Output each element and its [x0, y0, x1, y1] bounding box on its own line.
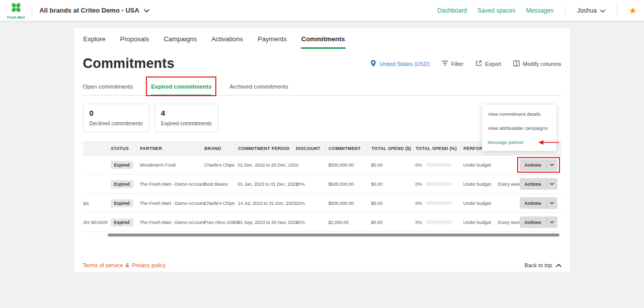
frequency-cell	[495, 194, 517, 213]
privacy-policy-link[interactable]: Privacy policy	[132, 262, 166, 268]
status-badge: Expired	[111, 180, 133, 188]
actions-button[interactable]: Actions	[520, 159, 557, 171]
user-menu[interactable]: Joshua	[577, 7, 605, 14]
divider	[617, 5, 617, 17]
tab-proposals[interactable]: Proposals	[120, 31, 150, 49]
modify-columns-label: Modify columns	[523, 61, 561, 67]
progress-bar	[426, 182, 452, 186]
spend-percent-cell: 0%	[413, 213, 460, 232]
favorite-star-icon[interactable]: ★	[629, 6, 637, 15]
table-row: Expired Woodman's Food Charlie's Chips 0…	[83, 156, 561, 175]
freshmart-logo[interactable]: Fresh Mart	[7, 2, 25, 19]
commitments-panel: Explore Proposals Campaigns Activations …	[74, 28, 570, 272]
commitment-cell: $500,000.00	[326, 175, 368, 194]
subtab-archived-commitments[interactable]: Archived commitments	[229, 80, 288, 96]
export-button[interactable]: Export	[475, 60, 501, 67]
card-expired-commitments: 4 Expired commitments	[154, 104, 218, 132]
tab-commitments[interactable]: Commitments	[301, 31, 346, 49]
topbar: Fresh Mart All brands at Criteo Demo - U…	[0, 0, 644, 21]
actions-context-menu: View commitment details View attributabl…	[482, 105, 556, 151]
frequency-cell: Every week	[495, 213, 517, 232]
commitments-table: STATUS PARTNER BRAND COMMITMENT PERIOD D…	[83, 141, 561, 232]
tab-activations[interactable]: Activations	[211, 31, 244, 49]
location-pin-icon	[370, 60, 376, 68]
column-header-status: STATUS	[108, 142, 137, 156]
actions-cell: Actions	[517, 194, 561, 213]
table-row: Expired The Fresh Mart - Demo Account Be…	[83, 175, 561, 194]
divider	[32, 5, 32, 17]
actions-cell: Actions	[517, 213, 561, 232]
nav-saved-spaces[interactable]: Saved spaces	[477, 7, 515, 14]
nav-messages[interactable]: Messages	[526, 7, 553, 14]
column-header-name	[83, 142, 108, 156]
discount-cell: 15%	[293, 194, 326, 213]
terms-of-service-link[interactable]: Terms of service	[83, 262, 123, 268]
subtab-expired-commitments[interactable]: Expired commitments	[151, 80, 211, 96]
subtab-open-commitments[interactable]: Open commitments	[83, 80, 133, 96]
name-cell: SH SEASON	[83, 213, 108, 232]
partner-cell: The Fresh Mart - Demo Account	[137, 194, 201, 213]
freshmart-logo-label: Fresh Mart	[7, 16, 25, 19]
progress-bar	[426, 201, 452, 205]
partner-cell: Woodman's Food	[137, 156, 201, 175]
nav-dashboard[interactable]: Dashboard	[437, 7, 467, 14]
currency-label: United States (USD)	[379, 61, 430, 67]
chevron-down-icon[interactable]	[546, 197, 557, 209]
column-header-total-spend-usd: TOTAL SPEND ($)	[368, 142, 413, 156]
commitment-cell: $500,000.00	[326, 194, 368, 213]
scrollbar-thumb[interactable]	[108, 234, 559, 237]
filter-button[interactable]: Filter	[442, 60, 463, 67]
legal-separator: &	[126, 262, 129, 268]
commitment-cell: $2,000.00	[326, 213, 368, 232]
progress-bar	[426, 220, 452, 224]
spend-percent-cell: 0%	[413, 194, 460, 213]
horizontal-scrollbar	[108, 234, 561, 237]
user-name: Joshua	[577, 7, 597, 14]
menu-item-view-commitment-details[interactable]: View commitment details	[482, 107, 556, 121]
chevron-down-icon[interactable]	[546, 159, 557, 171]
name-cell	[83, 156, 108, 175]
period-cell: 01 Jan, 2023 to 31 Dec, 2023	[235, 175, 293, 194]
commitment-cell: $500,000.00	[326, 156, 368, 175]
filter-label: Filter	[451, 61, 463, 67]
period-cell: 01 Sep, 2023 to 30 Nov, 2023	[235, 213, 293, 232]
total-spend-cell: $0.00	[368, 194, 413, 213]
chevron-down-icon[interactable]	[546, 178, 557, 190]
table-toolbar: United States (USD) Filter Export Modify…	[370, 60, 561, 68]
actions-button[interactable]: Actions	[520, 216, 557, 228]
status-badge: Expired	[111, 199, 133, 207]
tab-explore[interactable]: Explore	[83, 31, 106, 49]
status-badge: Expired	[111, 218, 133, 226]
card-label: Declined commitments	[90, 120, 143, 126]
modify-columns-button[interactable]: Modify columns	[513, 60, 561, 67]
menu-item-view-attributable-campaigns[interactable]: View attributable campaigns	[482, 121, 556, 135]
account-selector-label: All brands at Criteo Demo - USA	[39, 7, 139, 14]
card-declined-commitments: 0 Declined commitments	[83, 104, 149, 132]
table-row: ips Expired The Fresh Mart - Demo Accoun…	[83, 194, 561, 213]
export-label: Export	[485, 61, 501, 67]
account-selector[interactable]: All brands at Criteo Demo - USA	[39, 7, 149, 14]
chevron-down-icon[interactable]	[546, 216, 557, 228]
tab-campaigns[interactable]: Campaigns	[163, 31, 197, 49]
page-title: Commitments	[83, 56, 175, 71]
chevron-down-icon	[600, 7, 605, 14]
card-value: 4	[161, 109, 212, 117]
actions-button[interactable]: Actions	[520, 178, 557, 190]
actions-cell: Actions	[517, 175, 561, 194]
menu-item-message-partner[interactable]: Message partner	[482, 135, 556, 149]
column-header-total-spend-pct: TOTAL SPEND (%)	[413, 142, 460, 156]
discount-cell: 20%	[293, 175, 326, 194]
column-header-brand: BRAND	[201, 142, 235, 156]
currency-selector[interactable]: United States (USD)	[370, 60, 430, 68]
period-cell: 01 Dec, 2022 to 26 Dec, 2022	[235, 156, 293, 175]
brand-cell: Charlie's Chips	[201, 194, 235, 213]
chevron-up-icon	[556, 262, 561, 268]
column-header-discount: DISCOUNT	[293, 142, 326, 156]
actions-button[interactable]: Actions	[520, 197, 557, 209]
performance-cell: Under budget	[460, 194, 495, 213]
status-badge: Expired	[111, 161, 133, 169]
tab-payments[interactable]: Payments	[257, 31, 287, 49]
brand-cell: Charlie's Chips	[201, 156, 235, 175]
section-tabs: Explore Proposals Campaigns Activations …	[83, 28, 561, 49]
back-to-top-button[interactable]: Back to top	[524, 262, 561, 268]
